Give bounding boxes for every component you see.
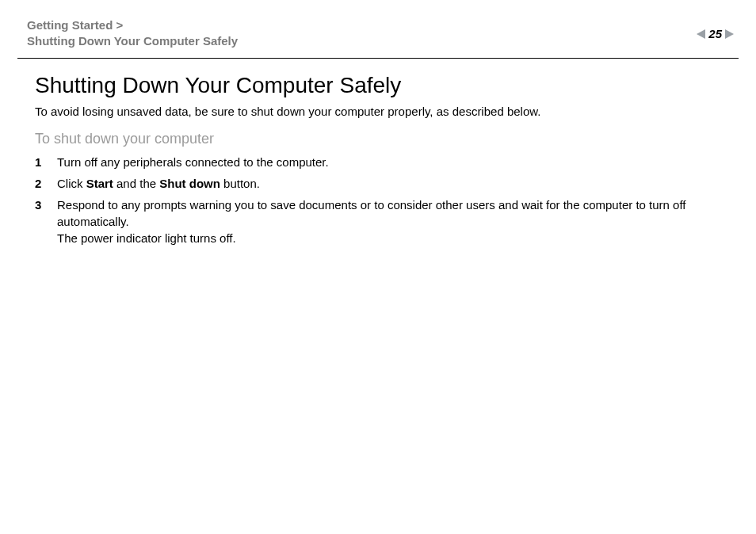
breadcrumb-page: Shutting Down Your Computer Safely xyxy=(27,33,238,49)
next-page-icon[interactable] xyxy=(725,29,734,39)
step-number: 2 xyxy=(35,175,57,192)
step-number: 1 xyxy=(35,154,57,170)
page-header: Getting Started > Shutting Down Your Com… xyxy=(11,8,745,58)
procedure-steps: 1 Turn off any peripherals connected to … xyxy=(35,154,727,246)
step-number: 3 xyxy=(35,196,57,213)
page-number: 25 xyxy=(708,27,722,40)
breadcrumb-section: Getting Started > xyxy=(27,17,238,33)
step-text-mid: and the xyxy=(113,177,159,190)
page-title: Shutting Down Your Computer Safely xyxy=(35,73,727,98)
previous-page-icon[interactable] xyxy=(697,29,705,39)
shutdown-button-label: Shut down xyxy=(159,177,220,190)
breadcrumb: Getting Started > Shutting Down Your Com… xyxy=(27,17,238,50)
step-body: Respond to any prompts warning you to sa… xyxy=(57,196,727,246)
step-text-pre: Click xyxy=(57,177,86,190)
start-button-label: Start xyxy=(86,177,113,190)
step-item: 2 Click Start and the Shut down button. xyxy=(35,175,727,192)
step-line1: Respond to any prompts warning you to sa… xyxy=(57,196,727,230)
step-item: 1 Turn off any peripherals connected to … xyxy=(35,154,727,170)
step-line2: The power indicator light turns off. xyxy=(57,230,727,246)
procedure-subhead: To shut down your computer xyxy=(35,131,727,147)
step-item: 3 Respond to any prompts warning you to … xyxy=(35,196,727,246)
page-navigation: 25 xyxy=(697,17,734,40)
page-content: Shutting Down Your Computer Safely To av… xyxy=(11,59,745,246)
step-body: Turn off any peripherals connected to th… xyxy=(57,154,727,170)
lead-paragraph: To avoid losing unsaved data, be sure to… xyxy=(35,105,727,118)
step-body: Click Start and the Shut down button. xyxy=(57,175,727,192)
step-text-post: button. xyxy=(220,177,260,190)
